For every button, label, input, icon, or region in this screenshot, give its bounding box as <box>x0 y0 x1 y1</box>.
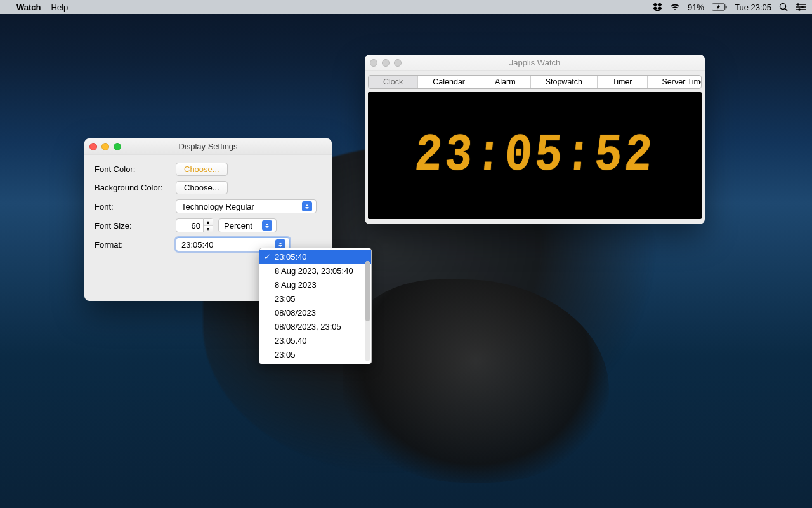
tab-calendar[interactable]: Calendar <box>418 76 480 88</box>
window-title: Display Settings <box>84 142 332 151</box>
font-select[interactable]: Technology Regular <box>176 199 317 213</box>
minimize-button[interactable] <box>102 143 109 150</box>
format-option[interactable]: 23:05:40 <box>259 250 371 264</box>
svg-rect-1 <box>726 6 727 9</box>
titlebar[interactable]: Japplis Watch <box>365 55 705 71</box>
display-settings-window: Display Settings Font Color: Choose... B… <box>84 138 332 301</box>
control-center-icon[interactable] <box>796 3 806 11</box>
clock-time-value: 23:05:52 <box>413 126 657 185</box>
font-label: Font: <box>95 202 176 211</box>
stepper-up-icon[interactable]: ▲ <box>204 219 213 226</box>
format-label: Format: <box>95 240 176 250</box>
spotlight-icon[interactable] <box>779 3 788 11</box>
japplis-watch-window: Japplis Watch Clock Calendar Alarm Stopw… <box>365 55 705 224</box>
svg-point-7 <box>797 3 799 6</box>
font-color-label: Font Color: <box>95 164 176 174</box>
scrollbar-thumb[interactable] <box>365 261 370 321</box>
format-option[interactable]: 23:05 <box>259 292 371 306</box>
format-select-value: 23:05:40 <box>181 240 214 250</box>
format-option[interactable]: 8 Aug 2023 <box>259 278 371 292</box>
tab-timer[interactable]: Timer <box>598 76 647 88</box>
background-color-label: Background Color: <box>95 183 176 192</box>
font-size-unit-select[interactable]: Percent <box>218 218 277 232</box>
zoom-button[interactable] <box>114 143 121 150</box>
window-title: Japplis Watch <box>365 58 705 67</box>
svg-line-3 <box>785 9 788 11</box>
clock-display: 23:05:52 <box>368 92 702 219</box>
dropbox-icon[interactable] <box>653 3 662 11</box>
svg-point-8 <box>801 6 804 8</box>
dropdown-scrollbar[interactable] <box>365 261 370 361</box>
wifi-icon[interactable] <box>670 3 680 11</box>
format-option[interactable]: 23.05.40 <box>259 334 371 348</box>
close-button[interactable] <box>370 59 377 67</box>
tab-clock[interactable]: Clock <box>369 76 418 88</box>
svg-point-2 <box>780 4 786 10</box>
svg-point-9 <box>798 8 801 11</box>
tab-alarm[interactable]: Alarm <box>480 76 531 88</box>
font-size-input[interactable] <box>176 218 204 232</box>
close-button[interactable] <box>89 143 97 150</box>
menubar-clock[interactable]: Tue 23:05 <box>735 3 771 12</box>
titlebar[interactable]: Display Settings <box>84 138 332 155</box>
menu-help[interactable]: Help <box>51 3 69 12</box>
font-select-value: Technology Regular <box>181 202 254 211</box>
battery-charging-icon[interactable] <box>712 3 727 11</box>
app-menu[interactable]: Watch <box>16 3 41 12</box>
font-size-stepper[interactable]: ▲▼ <box>176 218 213 232</box>
format-option[interactable]: 8 Aug 2023, 23:05:40 <box>259 264 371 278</box>
font-size-unit-value: Percent <box>224 221 252 231</box>
zoom-button[interactable] <box>394 59 402 67</box>
minimize-button[interactable] <box>382 59 390 67</box>
format-option[interactable]: 23:05 <box>259 348 371 362</box>
chevron-updown-icon <box>302 201 312 211</box>
font-color-choose-button[interactable]: Choose... <box>176 163 228 176</box>
menubar: Watch Help 91% Tue 23:05 <box>0 0 812 14</box>
tab-server-time[interactable]: Server Time <box>648 76 702 88</box>
stepper-down-icon[interactable]: ▼ <box>204 226 213 232</box>
chevron-updown-icon <box>262 220 272 231</box>
battery-percent: 91% <box>688 3 704 12</box>
format-dropdown-popup: 23:05:40 8 Aug 2023, 23:05:40 8 Aug 2023… <box>259 248 372 364</box>
format-option[interactable]: 08/08/2023 <box>259 306 371 320</box>
format-option[interactable]: 08/08/2023, 23:05 <box>259 320 371 334</box>
tab-bar: Clock Calendar Alarm Stopwatch Timer Ser… <box>368 75 702 89</box>
tab-stopwatch[interactable]: Stopwatch <box>531 76 598 88</box>
background-color-choose-button[interactable]: Choose... <box>176 181 228 194</box>
font-size-label: Font Size: <box>95 221 176 231</box>
